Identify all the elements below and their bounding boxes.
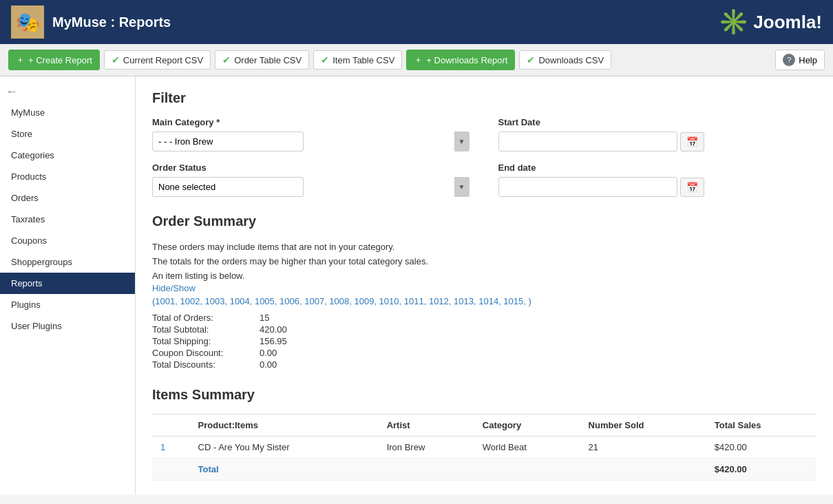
joomla-logo-text: Joomla! [753,12,822,33]
order-summary-section: Order Summary These orders may include i… [152,213,816,370]
sidebar-item-mymuse[interactable]: MyMuse [0,102,135,123]
col-total-sales: Total Sales [706,414,816,437]
coupon-discount-label: Coupon Discount: [152,348,249,358]
col-num [152,414,190,437]
total-shipping-label: Total Shipping: [152,336,249,346]
order-status-group: Order Status None selected ▼ [152,162,471,197]
coupon-discount-value: 0.00 [260,348,277,358]
notice-line1: These orders may include items that are … [152,240,816,255]
app-title: MyMuse : Reports [52,14,171,30]
sidebar-item-products[interactable]: Products [0,166,135,187]
items-table: Product:Items Artist Category Number Sol… [152,414,816,481]
items-summary-title: Items Summary [152,387,816,403]
col-number-sold: Number Sold [580,414,706,437]
sidebar-item-orders[interactable]: Orders [0,187,135,209]
row-number-sold: 21 [580,437,706,459]
sidebar-item-reports[interactable]: Reports [0,273,135,294]
order-totals: Total of Orders: 15 Total Subtotal: 420.… [152,312,816,370]
sidebar-item-coupons[interactable]: Coupons [0,230,135,251]
current-report-csv-button[interactable]: ✔ Current Report CSV [104,50,211,70]
downloads-csv-button[interactable]: ✔ Downloads CSV [519,50,611,70]
total-shipping-value: 156.95 [260,336,287,346]
sidebar-item-taxrates[interactable]: Taxrates [0,209,135,230]
chevron-down-icon: ▼ [454,132,470,151]
order-status-select-wrap: None selected ▼ [152,177,471,197]
total-discounts-value: 0.00 [260,359,277,370]
order-ids: (1001, 1002, 1003, 1004, 1005, 1006, 100… [152,296,816,306]
filter-title: Filter [152,90,816,106]
sidebar-toggle[interactable]: ← [0,82,135,102]
chevron-down-icon: ▼ [454,177,470,197]
total-discounts-label: Total Discounts: [152,359,249,370]
table-row: 1 CD - Are You My Sister Iron Brew World… [152,437,816,459]
row-total-sales: $420.00 [706,437,816,459]
sidebar-item-store[interactable]: Store [0,123,135,145]
coupon-discount-row: Coupon Discount: 0.00 [152,347,816,359]
total-subtotal-label: Total Subtotal: [152,324,249,335]
hide-show-link[interactable]: Hide/Show [152,283,196,293]
notice-line3: An item listing is below. [152,269,816,284]
total-orders-row: Total of Orders: 15 [152,312,816,324]
start-date-calendar-button[interactable]: 📅 [680,132,704,151]
app-logo: 🎭 [11,6,44,39]
plus-icon: ＋ [414,54,423,66]
row-product: CD - Are You My Sister [190,437,379,459]
total-value: $420.00 [706,459,816,481]
sidebar-item-user-plugins[interactable]: User Plugins [0,315,135,337]
end-date-input[interactable] [498,177,677,197]
main-category-select-wrap: - - - Iron Brew ▼ [152,132,471,151]
start-date-group: Start Date 📅 [498,117,817,151]
notice-line2: The totals for the orders may be higher … [152,255,816,269]
total-orders-label: Total of Orders: [152,313,249,323]
joomla-logo: ✳️ Joomla! [718,8,822,36]
end-date-calendar-button[interactable]: 📅 [680,178,704,197]
total-orders-value: 15 [260,313,269,323]
total-subtotal-row: Total Subtotal: 420.00 [152,324,816,335]
order-table-csv-button[interactable]: ✔ Order Table CSV [215,50,309,70]
sidebar-item-plugins[interactable]: Plugins [0,294,135,315]
question-icon: ? [783,54,795,66]
main-category-label: Main Category * [152,117,471,127]
main-category-group: Main Category * - - - Iron Brew ▼ [152,117,471,151]
order-status-label: Order Status [152,162,471,173]
total-label[interactable]: Total [190,459,379,481]
col-artist: Artist [379,414,474,437]
total-shipping-row: Total Shipping: 156.95 [152,335,816,347]
help-button[interactable]: ? Help [775,50,825,70]
col-category: Category [474,414,580,437]
order-status-select[interactable]: None selected [152,177,304,197]
check-icon: ✔ [112,54,120,65]
sidebar: ← MyMuse Store Categories Products Order… [0,76,136,494]
sidebar-item-shoppergroups[interactable]: Shoppergroups [0,251,135,273]
row-category: World Beat [474,437,580,459]
end-date-label: End date [498,162,817,173]
check-icon: ✔ [527,54,535,65]
sidebar-item-categories[interactable]: Categories [0,145,135,166]
row-artist: Iron Brew [379,437,474,459]
check-icon: ✔ [321,54,329,65]
check-icon: ✔ [222,54,231,65]
start-date-input[interactable] [498,132,677,151]
end-date-wrap: 📅 [498,177,817,197]
total-label-empty [152,459,190,481]
create-report-button[interactable]: ＋ + Create Report [8,50,100,70]
items-summary-section: Items Summary Product:Items Artist Categ… [152,387,816,481]
total-discounts-row: Total Discounts: 0.00 [152,359,816,370]
joomla-logo-icon: ✳️ [718,8,749,36]
main-content: Filter Main Category * - - - Iron Brew ▼… [136,76,833,494]
end-date-group: End date 📅 [498,162,817,197]
filter-grid: Main Category * - - - Iron Brew ▼ Start … [152,117,816,197]
plus-icon: ＋ [16,54,25,66]
total-subtotal-value: 420.00 [260,324,287,335]
downloads-report-button[interactable]: ＋ + Downloads Report [406,50,515,70]
order-summary-title: Order Summary [152,213,816,229]
item-table-csv-button[interactable]: ✔ Item Table CSV [313,50,402,70]
row-num[interactable]: 1 [152,437,190,459]
total-row: Total $420.00 [152,459,816,481]
col-product: Product:Items [190,414,379,437]
start-date-label: Start Date [498,117,817,127]
start-date-wrap: 📅 [498,132,817,151]
main-category-select[interactable]: - - - Iron Brew [152,132,304,151]
